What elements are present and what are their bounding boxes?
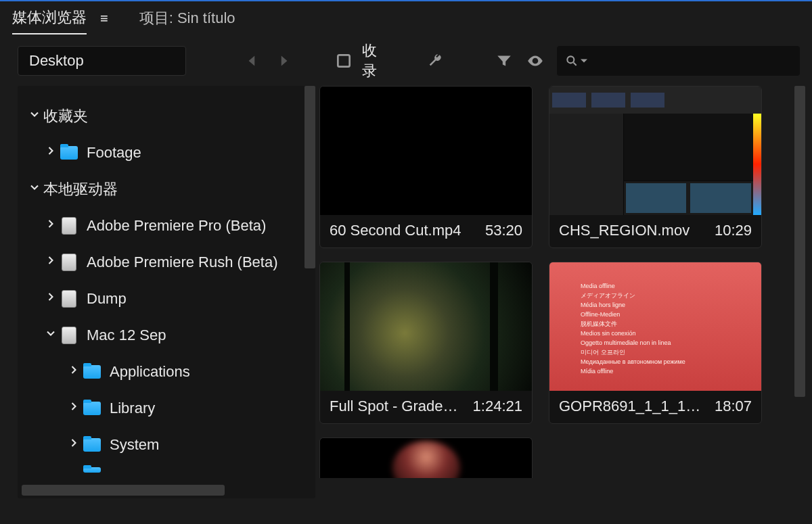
folder-icon — [83, 463, 102, 477]
svg-line-3 — [574, 62, 577, 65]
media-grid-panel: 60 Second Cut.mp4 53:20 CHS_REGION.mov 1… — [319, 86, 805, 498]
drive-icon — [60, 255, 78, 270]
media-item[interactable]: Media offline メディアオフライン Média hors ligne… — [549, 262, 762, 424]
search-icon — [565, 54, 579, 68]
tab-media-browser[interactable]: 媒体浏览器 — [12, 6, 87, 34]
drive-icon — [60, 218, 78, 233]
media-name: GOPR8691_1_1_1… — [559, 398, 700, 415]
tree-section-label: 收藏夹 — [43, 106, 88, 126]
media-thumbnail — [320, 438, 532, 478]
panel-menu-icon[interactable]: ≡ — [100, 11, 108, 30]
svg-point-2 — [568, 56, 574, 63]
nav-forward-button[interactable] — [274, 51, 294, 71]
svg-rect-0 — [338, 55, 350, 66]
tree-item-label: Mac 12 Sep — [87, 327, 166, 344]
folder-icon — [83, 437, 102, 452]
media-duration: 18:07 — [715, 398, 752, 415]
tree-item-label: Applications — [110, 363, 190, 381]
ingest-label[interactable]: 收录 — [362, 41, 390, 81]
tree-item-mac12sep[interactable]: Mac 12 Sep — [23, 317, 309, 354]
media-thumbnail — [320, 262, 532, 391]
content-vertical-scrollbar[interactable] — [794, 86, 805, 397]
panel-tabs: 媒体浏览器 ≡ 项目: Sin título — [0, 1, 812, 35]
media-item[interactable] — [319, 437, 533, 478]
svg-point-1 — [534, 59, 537, 62]
chevron-right-icon — [42, 290, 60, 308]
chevron-right-icon — [42, 217, 60, 235]
chevron-right-icon — [65, 363, 83, 381]
tree-item-label: Adobe Premiere Rush (Beta) — [87, 254, 277, 271]
drive-icon — [60, 328, 78, 343]
media-item[interactable]: Full Spot - Grade… 1:24:21 — [319, 262, 533, 424]
chevron-right-icon — [65, 400, 83, 417]
tab-project[interactable]: 项目: Sin título — [139, 7, 235, 34]
tree-item-premiere-pro[interactable]: Adobe Premiere Pro (Beta) — [23, 208, 309, 244]
tree-item-system[interactable]: System — [23, 427, 309, 463]
path-dropdown[interactable]: Desktop — [18, 46, 186, 76]
tree-item-label: System — [110, 436, 159, 454]
chevron-down-icon — [26, 181, 43, 198]
media-thumbnail — [549, 87, 761, 215]
chevron-down-icon — [26, 108, 43, 125]
media-name: 60 Second Cut.mp4 — [330, 222, 461, 239]
chevron-right-icon — [42, 144, 60, 162]
tree-item-applications[interactable]: Applications — [23, 354, 309, 390]
path-dropdown-value: Desktop — [29, 52, 84, 70]
search-input[interactable] — [596, 53, 792, 68]
media-name: CHS_REGION.mov — [559, 222, 690, 239]
folder-icon — [83, 364, 102, 379]
nav-back-button[interactable] — [242, 51, 262, 71]
tree-item-premiere-rush[interactable]: Adobe Premiere Rush (Beta) — [23, 244, 309, 281]
media-duration: 53:20 — [485, 222, 522, 239]
tree-vertical-scrollbar[interactable] — [304, 86, 315, 268]
chevron-right-icon — [65, 436, 83, 454]
tree-item-label: Dump — [87, 290, 127, 308]
tree-item-label: Footage — [87, 144, 141, 162]
tree-item-dump[interactable]: Dump — [23, 281, 309, 317]
wrench-icon[interactable] — [425, 51, 445, 71]
media-name: Full Spot - Grade… — [330, 398, 458, 415]
search-field[interactable] — [557, 46, 800, 76]
media-duration: 10:29 — [715, 222, 752, 239]
chevron-down-icon — [42, 327, 60, 344]
ingest-checkbox-icon[interactable] — [334, 51, 354, 71]
media-duration: 1:24:21 — [473, 398, 522, 415]
tree-section-favorites[interactable]: 收藏夹 — [23, 98, 309, 135]
eye-icon[interactable] — [526, 51, 545, 71]
tree-item-label: Library — [110, 400, 155, 417]
tree-item-label: Adobe Premiere Pro (Beta) — [87, 217, 266, 235]
caret-down-icon — [577, 54, 591, 68]
drive-icon — [60, 291, 78, 306]
media-item[interactable]: 60 Second Cut.mp4 53:20 — [319, 86, 533, 248]
media-thumbnail — [320, 87, 532, 215]
tree-item-library[interactable]: Library — [23, 390, 309, 427]
tree-section-label: 本地驱动器 — [43, 179, 118, 199]
tree-section-local-drives[interactable]: 本地驱动器 — [23, 171, 309, 208]
folder-icon — [83, 401, 102, 416]
toolbar: Desktop 收录 — [0, 35, 812, 86]
folder-icon — [60, 145, 78, 160]
tree-horizontal-scrollbar[interactable] — [22, 485, 311, 496]
media-item[interactable]: CHS_REGION.mov 10:29 — [549, 86, 762, 248]
tree-item-more[interactable] — [23, 463, 309, 477]
chevron-right-icon — [42, 254, 60, 271]
tree-item-footage[interactable]: Footage — [23, 135, 309, 171]
folder-tree-panel: 收藏夹 Footage 本地驱动器 Adobe Premiere Pro (Be… — [18, 86, 315, 498]
filter-icon[interactable] — [494, 51, 514, 71]
media-thumbnail-offline: Media offline メディアオフライン Média hors ligne… — [549, 262, 761, 391]
